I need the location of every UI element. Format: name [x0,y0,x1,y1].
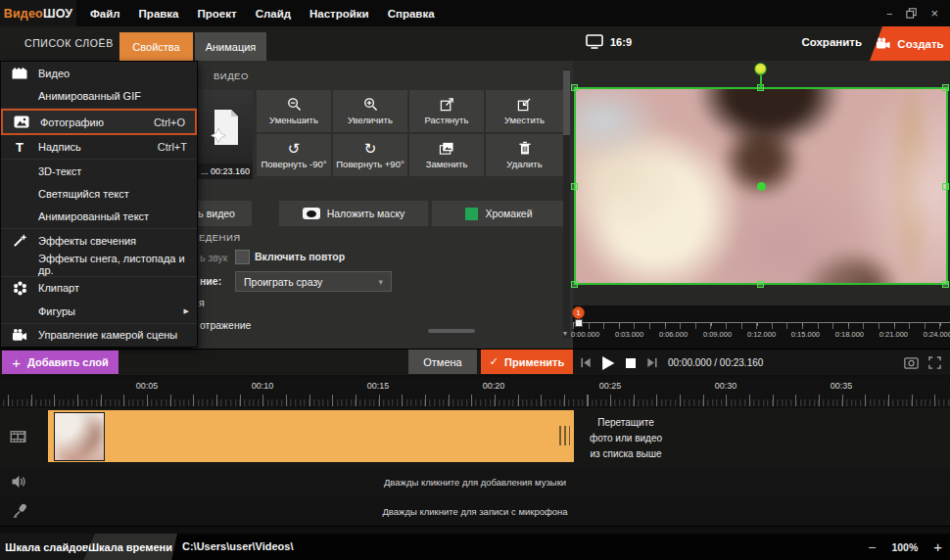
replace-button[interactable]: Заменить [409,134,484,176]
minimize-button[interactable]: − [886,8,892,20]
menu-item-clipart[interactable]: Клипарт [1,277,197,300]
rotate-cw-button[interactable]: ↻ Повернуть +90° [333,134,407,176]
play-button[interactable] [600,355,616,371]
add-layer-button[interactable]: + Добавить слой [2,350,119,374]
menu-item-label: Видео [38,68,70,79]
menu-item-animated-gif[interactable]: Анимированный GIF [1,84,197,108]
previous-frame-button[interactable] [580,356,593,369]
clip-trim-handle[interactable] [559,426,570,445]
close-button[interactable]: × [930,6,938,21]
selection-handle-bottom-left[interactable] [571,281,578,288]
tab-animation[interactable]: Анимация [195,32,266,61]
clip-thumbnail[interactable]: ... 00:23.160 [198,90,253,179]
selection-handle-top-right[interactable] [942,84,949,91]
plus-icon: + [12,354,21,371]
ruler-label: 00:10 [252,381,274,391]
menu-item-animated-text[interactable]: Анимированный текст [1,206,197,229]
chroma-key-button[interactable]: Хромакей [432,201,566,226]
delete-button[interactable]: Удалить [486,134,563,176]
apply-mask-button[interactable]: Наложить маску [279,201,428,226]
scrub-label: 0:09.000 [703,330,732,339]
stretch-icon [440,97,454,112]
stretch-label: Растянуть [425,115,469,125]
selection-handle-top-left[interactable] [571,84,578,91]
movie-camera-icon [876,37,891,50]
ruler-major-ticks [0,395,950,406]
selection-center-point[interactable] [757,182,766,191]
behavior-select[interactable]: Проиграть сразу ▾ [235,271,392,292]
menu-help[interactable]: Справка [388,8,435,20]
menu-item-label: Анимированный GIF [38,90,141,102]
menu-project[interactable]: Проект [198,8,237,20]
check-icon: ✓ [490,355,499,368]
snapshot-button[interactable] [904,357,919,369]
wand-icon [11,233,28,248]
selection-handle-mid-right[interactable] [942,183,949,190]
menu-item-snow-effects[interactable]: Эффекты снега, листопада и др. [1,253,197,277]
menu-item-video[interactable]: Видео [1,62,197,84]
stop-button[interactable] [625,357,637,369]
zoom-in-button[interactable]: Увеличить [333,90,407,132]
selection-handle-bottom-right[interactable] [942,281,949,288]
menu-item-glow-text[interactable]: Светящийся текст [1,182,197,205]
selection-handle-mid-left[interactable] [571,183,578,190]
timeline-ruler[interactable]: 00:05 00:10 00:15 00:20 00:25 00:30 00:3… [0,377,950,407]
tab-layer-list[interactable]: СПИСОК СЛОЁВ [24,37,114,49]
menu-item-shapes[interactable]: Фигуры ▶ [1,300,197,323]
ruler-label: 00:05 [136,381,159,391]
timeline-clip-thumbnail[interactable] [54,412,105,461]
create-label: Создать [897,38,943,50]
menu-item-scene-camera[interactable]: Управление камерой сцены [1,324,197,347]
delete-label: Удалить [506,159,542,169]
properties-hscrollbar-thumb[interactable] [428,329,475,333]
menu-slide[interactable]: Слайд [256,8,291,20]
tab-properties[interactable]: Свойства [119,32,193,61]
fit-button[interactable]: Уместить [486,90,563,132]
zoom-in-timeline-button[interactable]: + [933,538,942,555]
zoom-out-timeline-button[interactable]: − [868,539,876,555]
menu-item-3d-text[interactable]: 3D-текст [1,160,197,182]
menu-settings[interactable]: Настройки [309,8,369,20]
menu-item-glow-effects[interactable]: Эффекты свечения [1,229,197,252]
drop-hint-line: из списка выше [573,446,679,462]
timeline-clip[interactable] [48,410,574,462]
scrub-label: 0:21.000 [879,330,908,339]
menu-edit[interactable]: Правка [139,8,179,20]
scrubber-playhead[interactable] [575,319,583,327]
selection-handle-bottom-center[interactable] [757,281,764,288]
properties-scrollbar-thumb[interactable] [563,70,570,135]
scrollbar-down-arrow-icon[interactable]: ▾ [563,329,567,338]
music-track-row[interactable]: Дважды кликните для добавления музыки [0,468,950,497]
menu-item-caption[interactable]: T Надпись Ctrl+T [1,135,197,159]
rotation-handle[interactable] [754,63,767,75]
keyframe-marker[interactable]: 1 [572,306,585,319]
behavior-select-value: Проиграть сразу [244,276,322,288]
timeline-zoom-controls: − 100% + [868,534,942,560]
apply-button[interactable]: ✓ Применить [481,350,573,374]
save-button[interactable]: Сохранить [801,36,862,48]
menu-item-shortcut: Ctrl+O [154,117,195,128]
rotate-ccw-button[interactable]: ↺ Повернуть -90° [257,134,331,176]
aspect-ratio-control[interactable]: 16:9 [586,34,632,49]
restore-button[interactable] [906,8,917,19]
menu-item-photo[interactable]: Фотографию Ctrl+O [1,109,197,135]
fullscreen-button[interactable] [928,356,941,369]
drop-hint: Перетащите фото или видео из списка выше [573,415,679,466]
next-frame-button[interactable] [645,356,658,369]
fit-icon [517,97,532,112]
camera-icon [11,328,28,342]
zoom-out-button[interactable]: Уменьшить [257,90,331,132]
stretch-button[interactable]: Растянуть [409,90,484,132]
menu-file[interactable]: Файл [90,8,120,20]
tab-time-scale[interactable]: Шкала времени [83,534,177,560]
tab-slide-scale[interactable]: Шкала слайдов [0,534,94,560]
cancel-button[interactable]: Отмена [408,350,477,374]
zoom-level-value: 100% [891,541,918,553]
preview-header: 16:9 Сохранить Создать [573,26,950,61]
app-logo-rest: ШОУ [43,7,72,21]
playback-section-label-partial: ЕДЕНИЯ [199,232,241,243]
menu-item-label: Фигуры [38,305,75,317]
loop-checkbox[interactable] [235,250,250,264]
microphone-track-row[interactable]: Дважды кликните для записи с микрофона [0,496,950,527]
create-button[interactable]: Создать [870,26,950,61]
